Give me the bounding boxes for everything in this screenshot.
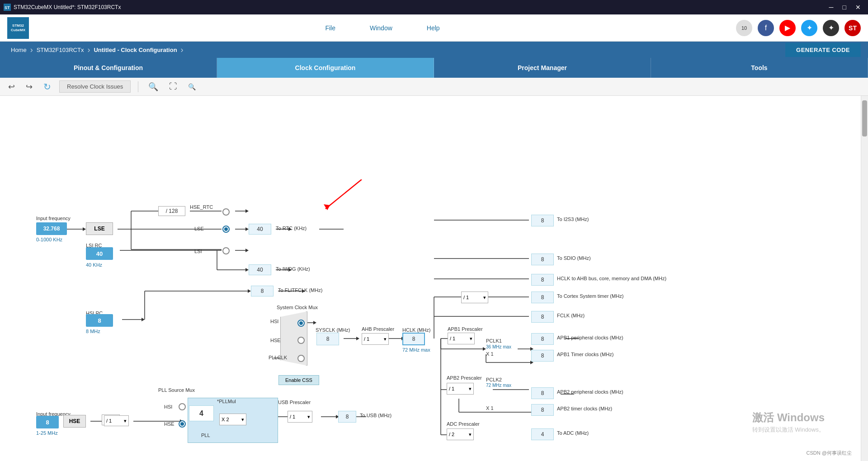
svg-marker-16 (245, 227, 249, 231)
fit-button[interactable]: ⛶ (166, 80, 180, 93)
breadcrumb-home[interactable]: Home (7, 47, 30, 53)
cortex-div-dropdown[interactable]: / 1 ▾ (461, 292, 488, 303)
fclk-label: FCLK (MHz) (557, 313, 585, 318)
usb-prescaler-dropdown[interactable]: / 1 ▾ (288, 411, 312, 423)
sdio-input[interactable]: 8 (531, 254, 554, 265)
zoom-in-button[interactable]: 🔍 (146, 80, 161, 94)
fclk-input[interactable]: 8 (531, 311, 554, 323)
hse-rtc-label: HSE_RTC (190, 204, 213, 210)
svg-marker-44 (483, 347, 486, 351)
svg-marker-30 (248, 289, 251, 293)
cortex-timer-input[interactable]: 8 (531, 292, 554, 303)
apb1-timer-input[interactable]: 8 (531, 350, 554, 362)
watermark-sub: 转到设置以激活 Windows。 (752, 426, 825, 434)
hse-div1-dropdown[interactable]: / 1 ▾ (104, 415, 129, 426)
file-menu[interactable]: File (321, 23, 339, 33)
pll-source-mux-label: PLL Source Mux (158, 387, 195, 393)
iwdg-khz-label: To IWDG (KHz) (276, 266, 310, 272)
right-scrollbar[interactable] (861, 96, 868, 461)
breadcrumb-config[interactable]: Untitled - Clock Configuration (90, 47, 180, 53)
pclk1-label: PCLK1 (486, 338, 502, 343)
svg-line-81 (326, 179, 362, 209)
svg-text:ST: ST (5, 5, 10, 10)
apb1-periph-input[interactable]: 8 (531, 333, 554, 345)
pclk2-max: 72 MHz max (486, 383, 511, 388)
radio-hse-rtc[interactable] (222, 208, 230, 216)
cortex-timer-label: To Cortex System timer (MHz) (557, 293, 623, 299)
lsi-rc-value[interactable]: 40 (86, 247, 113, 260)
svg-marker-82 (324, 204, 330, 210)
adc-input[interactable]: 4 (531, 428, 554, 440)
social-icons: 10 f ▶ ✦ ✦ ST (736, 20, 861, 36)
apb1-prescaler-dropdown[interactable]: / 1 ▾ (448, 333, 475, 344)
apb2-periph-label: APB2 peripheral clocks (MHz) (557, 389, 623, 395)
svg-marker-28 (142, 318, 145, 321)
st-logo-icon[interactable]: ST (844, 20, 861, 36)
close-button[interactable]: ✕ (852, 3, 864, 12)
facebook-icon[interactable]: f (758, 20, 774, 36)
adc-prescaler-dropdown[interactable]: / 2 ▾ (447, 428, 474, 440)
title-bar-left: ST STM32CubeMX Untitled*: STM32F103RCTx (4, 4, 121, 11)
apb2-prescaler-dropdown[interactable]: / 1 ▾ (447, 383, 474, 395)
tab-tools[interactable]: Tools (651, 58, 868, 78)
pll-value-input[interactable]: 4 (189, 405, 214, 421)
logo-text: STM32CubeMX (11, 24, 25, 32)
breadcrumb: Home › STM32F103RCTx › Untitled - Clock … (0, 42, 868, 58)
hclk-ahb-input[interactable]: 8 (531, 274, 554, 286)
medal-icon[interactable]: 10 (736, 20, 752, 36)
radio-hse-mux[interactable] (297, 337, 305, 344)
hsi-rc-value[interactable]: 8 (86, 314, 113, 327)
lsi-conn-label: LSI (194, 249, 202, 254)
apb1-prescaler-label: APB1 Prescaler (448, 326, 483, 332)
arrow-annotation-svg (307, 179, 420, 216)
scrollbar-thumb[interactable] (862, 100, 867, 136)
iwdg-khz-input[interactable]: 40 (249, 264, 271, 275)
pclk1-max: 36 MHz max (486, 344, 511, 349)
window-menu[interactable]: Window (366, 23, 396, 33)
tab-clock[interactable]: Clock Configuration (217, 58, 434, 78)
undo-button[interactable]: ↩ (5, 80, 18, 94)
help-menu[interactable]: Help (423, 23, 443, 33)
radio-hse-pll[interactable] (179, 420, 186, 428)
minimize-button[interactable]: ─ (826, 3, 837, 12)
input-freq-2-value[interactable]: 8 (36, 416, 59, 428)
apb2-timer-area: X 1 (486, 405, 494, 411)
hclk-max: 72 MHz max (402, 347, 430, 353)
redo-button[interactable]: ↪ (23, 80, 35, 94)
generate-code-button[interactable]: GENERATE CODE (785, 43, 861, 57)
radio-lsi[interactable] (222, 247, 230, 254)
rtc-khz-input[interactable]: 40 (249, 224, 271, 235)
radio-hsi-pll[interactable] (179, 403, 186, 410)
apb1-timer-area: X 1 (486, 351, 495, 357)
apb2-periph-input[interactable]: 8 (531, 387, 554, 399)
menu-items: File Window Help (56, 23, 709, 33)
i2s3-input[interactable]: 8 (531, 215, 554, 226)
refresh-button[interactable]: ↻ (41, 80, 54, 94)
tab-pinout[interactable]: Pinout & Configuration (0, 58, 217, 78)
clock-canvas[interactable]: Input frequency 32.768 0-1000 KHz LSE LS… (0, 96, 861, 461)
maximize-button[interactable]: □ (839, 3, 850, 12)
pll-mul-dropdown[interactable]: X 2 ▾ (219, 414, 246, 425)
radio-pllclk-mux[interactable] (297, 355, 305, 362)
radio-lse[interactable] (222, 226, 230, 233)
radio-hsi-mux[interactable] (297, 320, 305, 327)
resolve-clock-issues-button[interactable]: Resolve Clock Issues (59, 80, 131, 93)
twitter-icon[interactable]: ✦ (801, 20, 817, 36)
network-icon[interactable]: ✦ (823, 20, 839, 36)
hclk-input[interactable]: 8 (402, 333, 425, 345)
sysclk-input[interactable]: 8 (316, 333, 339, 345)
apb2-timer-input[interactable]: 8 (531, 404, 554, 416)
enable-css-button[interactable]: Enable CSS (278, 375, 319, 385)
watermark-text: 激活 Windows (752, 410, 825, 425)
title-bar-controls[interactable]: ─ □ ✕ (826, 3, 864, 12)
usb-value-input[interactable]: 8 (338, 411, 356, 423)
youtube-icon[interactable]: ▶ (779, 20, 796, 36)
flitfclk-input[interactable]: 8 (251, 286, 274, 296)
zoom-out-button[interactable]: 🔍 (185, 81, 198, 92)
input-freq-1-value[interactable]: 32.768 (36, 222, 67, 235)
ahb-prescaler-dropdown[interactable]: / 1 ▾ (362, 333, 389, 345)
apb2-timer-x1-label: X 1 (486, 405, 494, 411)
breadcrumb-device[interactable]: STM32F103RCTx (33, 47, 88, 53)
adc-prescaler-label: ADC Prescaler (447, 421, 480, 427)
tab-project-manager[interactable]: Project Manager (434, 58, 651, 78)
